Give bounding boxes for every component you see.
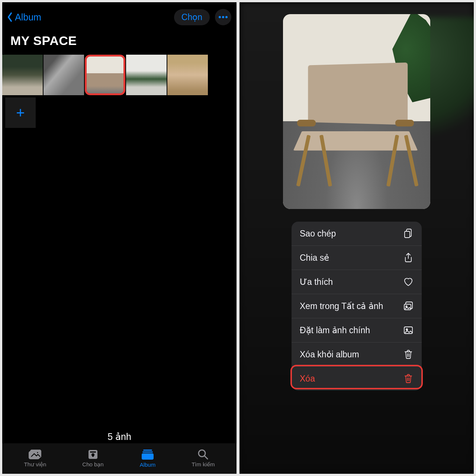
- tab-for-you[interactable]: Cho bạn: [82, 448, 103, 468]
- photo-content: [283, 14, 430, 209]
- tab-albums[interactable]: Album: [140, 449, 156, 468]
- chevron-left-icon: [6, 12, 14, 23]
- menu-label: Ưa thích: [300, 277, 333, 287]
- svg-line-10: [205, 456, 208, 459]
- photo-thumbnail[interactable]: [126, 55, 167, 95]
- tab-library[interactable]: Thư viện: [24, 448, 46, 468]
- for-you-icon: [86, 448, 100, 460]
- photo-thumbnail-selected[interactable]: [85, 55, 125, 95]
- photo-thumbnail[interactable]: [44, 55, 84, 95]
- menu-label: Xem trong Tất cả ảnh: [300, 301, 383, 311]
- tab-bar: Thư viện Cho bạn Album Tìm kiếm: [2, 443, 237, 474]
- search-icon: [196, 448, 210, 460]
- menu-item-make-key-photo[interactable]: Đặt làm ảnh chính: [292, 318, 422, 342]
- context-menu: Sao chép Chia sẻ Ưa thích Xem trong Tất …: [292, 222, 422, 390]
- tab-search[interactable]: Tìm kiếm: [192, 448, 215, 468]
- more-button[interactable]: [215, 9, 231, 25]
- menu-item-view-all[interactable]: Xem trong Tất cả ảnh: [292, 294, 422, 318]
- back-button[interactable]: Album: [6, 12, 41, 23]
- menu-item-delete[interactable]: Xóa: [292, 367, 422, 390]
- nav-actions: Chọn: [174, 9, 231, 25]
- menu-item-favorite[interactable]: Ưa thích: [292, 270, 422, 294]
- svg-rect-11: [405, 231, 410, 238]
- menu-label: Sao chép: [300, 229, 336, 239]
- menu-item-share[interactable]: Chia sẻ: [292, 246, 422, 270]
- select-button[interactable]: Chọn: [174, 9, 210, 25]
- library-icon: [28, 448, 42, 460]
- back-label: Album: [15, 12, 41, 23]
- copy-icon: [403, 228, 414, 239]
- svg-point-3: [37, 452, 39, 454]
- photo-count-label: 5 ảnh: [2, 431, 237, 442]
- nav-bar: Album Chọn: [2, 2, 237, 29]
- ellipsis-icon: [219, 16, 228, 18]
- photo-grid: [2, 55, 237, 95]
- svg-rect-6: [143, 450, 152, 451]
- trash-icon: [403, 373, 414, 384]
- menu-label: Đặt làm ảnh chính: [300, 325, 370, 335]
- tab-label: Thư viện: [24, 461, 46, 468]
- tab-label: Cho bạn: [82, 461, 103, 468]
- svg-point-15: [406, 329, 408, 330]
- add-photo-tile[interactable]: +: [5, 97, 36, 128]
- album-view-pane: Album Chọn MY SPACE + 5 ảnh Thư viện Cho…: [2, 2, 237, 474]
- trash-icon: [403, 349, 414, 360]
- photo-thumbnail[interactable]: [2, 55, 43, 95]
- menu-label: Xóa khỏi album: [300, 350, 359, 360]
- heart-icon: [403, 277, 414, 287]
- photo-thumbnail[interactable]: [167, 55, 208, 95]
- tab-label: Album: [140, 461, 156, 468]
- plus-icon: +: [16, 104, 25, 121]
- menu-label: Chia sẻ: [300, 253, 329, 263]
- image-icon: [403, 325, 414, 335]
- svg-rect-8: [142, 453, 154, 460]
- albums-icon: [141, 449, 154, 460]
- svg-rect-5: [90, 451, 96, 453]
- tab-label: Tìm kiếm: [192, 461, 215, 468]
- menu-item-copy[interactable]: Sao chép: [292, 222, 422, 246]
- photo-preview[interactable]: [283, 14, 430, 209]
- menu-item-remove-from-album[interactable]: Xóa khỏi album: [292, 342, 422, 367]
- photos-stack-icon: [403, 301, 414, 311]
- svg-rect-7: [142, 451, 153, 453]
- context-menu-pane: Sao chép Chia sẻ Ưa thích Xem trong Tất …: [239, 2, 474, 474]
- album-title: MY SPACE: [2, 29, 237, 55]
- menu-label: Xóa: [300, 374, 315, 384]
- share-icon: [403, 253, 414, 263]
